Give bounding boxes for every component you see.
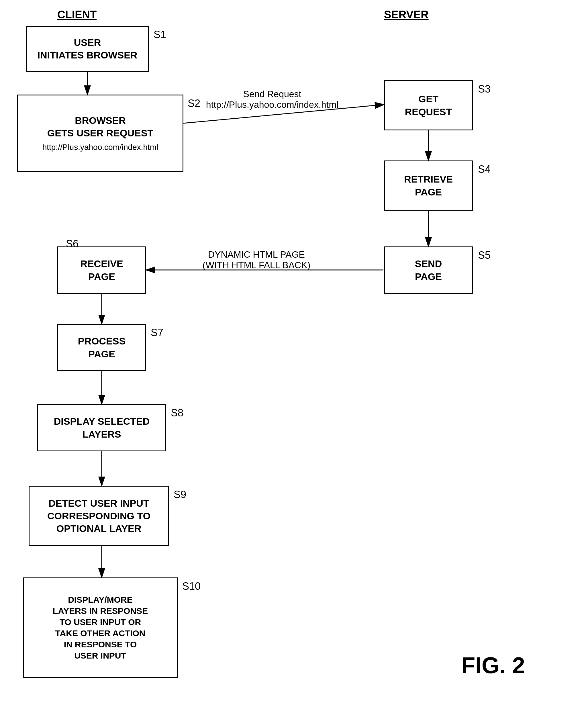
step-s2-text1: BROWSERGETS USER REQUEST [47,114,153,139]
server-label: SERVER [384,8,429,21]
step-s6-label: S6 [66,238,79,250]
step-s10-label: S10 [182,580,201,592]
dynamic-html-annotation: DYNAMIC HTML PAGE(WITH HTML FALL BACK) [163,249,350,271]
step-s7-text: PROCESSPAGE [78,335,126,360]
step-s6-text: RECEIVEPAGE [80,257,123,282]
step-s9: DETECT USER INPUTCORRESPONDING TOOPTIONA… [29,486,169,546]
step-s8: DISPLAY SELECTEDLAYERS [37,404,166,452]
step-s4: RETRIEVEPAGE [384,161,473,211]
fig-label: FIG. 2 [461,652,525,678]
step-s5-text: SENDPAGE [415,257,442,282]
step-s8-label: S8 [171,407,183,419]
step-s3: GETREQUEST [384,80,473,130]
step-s10: DISPLAY/MORELAYERS IN RESPONSETO USER IN… [23,578,178,678]
send-request-annotation: Send Requesthttp://Plus.yahoo.com/index.… [189,89,355,110]
step-s7: PROCESSPAGE [57,324,146,371]
step-s3-label: S3 [478,83,490,95]
step-s3-text: GETREQUEST [405,92,452,118]
step-s4-label: S4 [478,163,490,175]
dynamic-html-text: DYNAMIC HTML PAGE(WITH HTML FALL BACK) [203,249,310,270]
step-s10-text: DISPLAY/MORELAYERS IN RESPONSETO USER IN… [53,594,148,661]
step-s1: USERINITIATES BROWSER [26,26,149,72]
step-s4-text: RETRIEVEPAGE [404,173,453,198]
step-s8-text: DISPLAY SELECTEDLAYERS [54,415,150,440]
step-s2: BROWSERGETS USER REQUEST http://Plus.yah… [17,95,183,172]
send-request-text: Send Requesthttp://Plus.yahoo.com/index.… [206,89,338,110]
step-s5: SENDPAGE [384,247,473,294]
client-label: CLIENT [57,8,97,21]
step-s6: RECEIVEPAGE [57,247,146,294]
step-s1-label: S1 [153,29,166,41]
step-s9-text: DETECT USER INPUTCORRESPONDING TOOPTIONA… [47,497,150,535]
step-s9-label: S9 [174,489,186,501]
step-s7-label: S7 [151,327,163,339]
step-s1-text: USERINITIATES BROWSER [38,36,138,61]
step-s2-url: http://Plus.yahoo.com/index.html [42,142,159,152]
diagram: CLIENT SERVER USERINITIATES BROWSER S1 B… [0,0,588,713]
step-s5-label: S5 [478,249,490,261]
